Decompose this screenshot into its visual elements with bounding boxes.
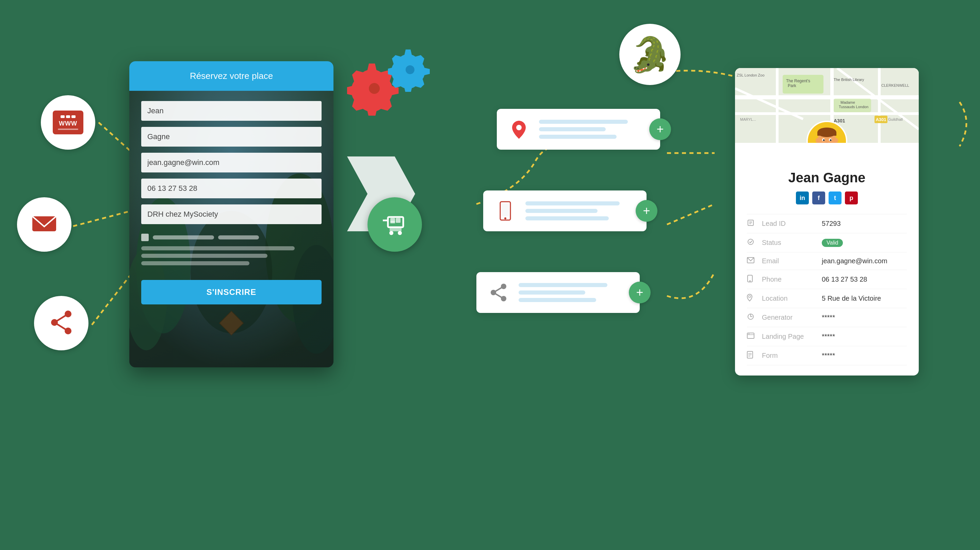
ph-line-2 bbox=[141, 254, 267, 258]
svg-point-27 bbox=[398, 231, 402, 235]
profile-card: The Regent's Park ZSL London Zoo The Bri… bbox=[735, 68, 919, 375]
profile-table: Lead ID 57293 Status Valid Email jean.ga… bbox=[747, 214, 907, 365]
www-circle: WWW bbox=[41, 95, 95, 149]
svg-line-9 bbox=[54, 314, 68, 323]
svg-point-69 bbox=[823, 140, 825, 141]
phone-line-2 bbox=[525, 209, 598, 213]
svg-rect-33 bbox=[501, 203, 509, 216]
status-label: Status bbox=[762, 239, 816, 246]
status-badge: Valid bbox=[822, 239, 843, 247]
svg-rect-29 bbox=[396, 218, 401, 223]
location-line-2 bbox=[539, 127, 606, 131]
lead-id-label: Lead ID bbox=[762, 220, 816, 227]
landing-page-row: Landing Page ***** bbox=[747, 327, 907, 346]
svg-line-10 bbox=[54, 323, 68, 331]
svg-text:The British Library: The British Library bbox=[834, 78, 864, 82]
svg-rect-85 bbox=[747, 333, 754, 339]
lead-id-value: 57293 bbox=[822, 220, 841, 227]
plus-button-3[interactable]: + bbox=[629, 281, 651, 304]
svg-rect-25 bbox=[390, 227, 401, 231]
svg-point-21 bbox=[406, 65, 414, 74]
generator-row: Generator ***** bbox=[747, 308, 907, 327]
svg-text:Tussauds London: Tussauds London bbox=[839, 105, 869, 109]
pinterest-icon[interactable]: p bbox=[845, 191, 858, 204]
generator-label: Generator bbox=[762, 313, 816, 321]
placeholder-lines bbox=[141, 245, 321, 267]
svg-text:Guildhall: Guildhall bbox=[888, 118, 903, 121]
twitter-icon[interactable]: t bbox=[829, 191, 842, 204]
form-row-icon bbox=[747, 351, 756, 360]
plus-button-2[interactable]: + bbox=[636, 200, 657, 222]
profile-body: Jean Gagne in f t p Lead ID 57293 Status bbox=[735, 143, 919, 375]
share-card-lines bbox=[519, 283, 630, 302]
www-icon: WWW bbox=[53, 111, 83, 134]
svg-text:The Regent's: The Regent's bbox=[786, 79, 810, 83]
lastname-input[interactable] bbox=[141, 127, 321, 146]
share-card-icon bbox=[487, 281, 511, 304]
landing-page-icon bbox=[747, 332, 756, 341]
share-line-2 bbox=[519, 291, 585, 294]
profile-map: The Regent's Park ZSL London Zoo The Bri… bbox=[735, 68, 919, 143]
location-line-1 bbox=[539, 120, 628, 124]
svg-text:A301: A301 bbox=[875, 117, 886, 122]
phone-line-1 bbox=[525, 201, 620, 205]
subscribe-button[interactable]: S'INSCRIRE bbox=[141, 280, 321, 304]
form-body: S'INSCRIRE bbox=[129, 91, 334, 315]
email-row-label: Email bbox=[762, 257, 816, 265]
svg-point-74 bbox=[835, 138, 838, 143]
email-icon bbox=[30, 214, 58, 235]
social-icons: in f t p bbox=[747, 191, 907, 204]
phone-row: Phone 06 13 27 53 28 bbox=[747, 270, 907, 289]
job-input[interactable] bbox=[141, 204, 321, 224]
linkedin-icon[interactable]: in bbox=[796, 191, 809, 204]
form-header: Réservez votre place bbox=[129, 61, 334, 91]
status-row: Status Valid bbox=[747, 233, 907, 253]
svg-rect-43 bbox=[776, 68, 778, 143]
svg-text:Madame: Madame bbox=[840, 100, 855, 105]
phone-line-3 bbox=[525, 216, 609, 220]
svg-point-83 bbox=[749, 296, 751, 297]
lead-id-row: Lead ID 57293 bbox=[747, 214, 907, 233]
phone-row-icon bbox=[747, 275, 756, 284]
svg-point-73 bbox=[816, 138, 819, 143]
phone-input[interactable] bbox=[141, 178, 321, 198]
generator-value: ***** bbox=[822, 313, 835, 321]
svg-point-19 bbox=[369, 83, 380, 94]
location-row: Location 5 Rue de la Victoire bbox=[747, 289, 907, 308]
ph-line-1 bbox=[141, 246, 295, 250]
firstname-input[interactable] bbox=[141, 101, 321, 121]
location-row-label: Location bbox=[762, 294, 816, 302]
svg-point-31 bbox=[516, 125, 522, 130]
cart-circle bbox=[368, 197, 422, 252]
svg-text:CLERKENWELL: CLERKENWELL bbox=[881, 83, 909, 87]
form-row-value: ***** bbox=[822, 352, 835, 359]
facebook-icon[interactable]: f bbox=[812, 191, 825, 204]
svg-line-39 bbox=[493, 292, 504, 299]
location-row-icon bbox=[747, 294, 756, 303]
phone-card-lines bbox=[525, 201, 636, 220]
checkbox-row-1 bbox=[141, 234, 321, 241]
form-card: Réservez votre place S'INSCRIRE bbox=[129, 61, 334, 367]
info-card-location: + bbox=[497, 109, 660, 149]
gear-teal-icon bbox=[388, 48, 432, 93]
location-icon bbox=[507, 118, 531, 141]
phone-row-value: 06 13 27 53 28 bbox=[822, 275, 867, 283]
location-card-lines bbox=[539, 120, 650, 139]
svg-rect-23 bbox=[388, 217, 403, 227]
checkbox-1[interactable] bbox=[141, 234, 149, 241]
status-icon bbox=[747, 238, 756, 247]
landing-page-value: ***** bbox=[822, 333, 835, 340]
checkbox-label-1b bbox=[218, 235, 259, 240]
checkbox-area bbox=[141, 230, 321, 270]
svg-text:MARYL...: MARYL... bbox=[740, 118, 756, 121]
form-row-label: Form bbox=[762, 352, 816, 359]
share-line-3 bbox=[519, 298, 596, 302]
email-input[interactable] bbox=[141, 153, 321, 172]
email-row-value: jean.gagne@win.com bbox=[822, 257, 888, 265]
svg-point-70 bbox=[830, 140, 832, 141]
location-row-value: 5 Rue de la Victoire bbox=[822, 294, 881, 302]
svg-point-82 bbox=[749, 280, 751, 281]
svg-point-34 bbox=[504, 217, 506, 219]
plus-button-1[interactable]: + bbox=[649, 118, 671, 140]
svg-text:ZSL London Zoo: ZSL London Zoo bbox=[737, 73, 765, 77]
